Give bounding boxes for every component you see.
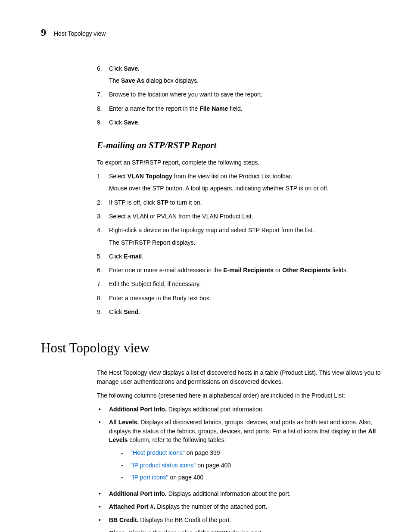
bullet-text2: column, refer to the following tables:: [128, 436, 226, 443]
step-bold: File Name: [199, 105, 228, 112]
step-text: Enter a name for the report in the: [109, 105, 199, 112]
step-pre: Select: [109, 173, 128, 180]
bullet-text: Displays the number of the attached port…: [155, 503, 267, 510]
step-pre: Enter one or more e-mail addresses in th…: [109, 267, 223, 274]
bullet-bold: BB Credit.: [109, 516, 138, 523]
step-pre: Click: [109, 253, 124, 260]
list-item: All Levels. Displays all discovered fabr…: [97, 418, 385, 485]
step-sub: Mouse over the STP button. A tool tip ap…: [109, 184, 385, 193]
bullet-text: Displays the class value of the FICON de…: [127, 529, 263, 532]
bullet-text: Displays additional port information.: [167, 406, 264, 413]
step-number: 5.: [97, 252, 103, 261]
bullet-list: Additional Port Info. Displays additiona…: [97, 405, 385, 532]
step-number: 7.: [97, 90, 103, 99]
chapter-title: Host Topology view: [54, 29, 106, 38]
bullet-bold: All Levels.: [109, 419, 139, 426]
list-item: "IP port icons" on page 400: [121, 473, 385, 482]
step-post: from the view list on the Product List t…: [172, 173, 293, 180]
main-heading: Host Topology view: [41, 339, 385, 358]
section-intro: To export an STP/RSTP report, complete t…: [97, 158, 385, 167]
body-paragraph: The following columns (presented here in…: [97, 391, 385, 400]
link-after: on page 399: [185, 449, 220, 456]
step-text: Click: [109, 119, 124, 126]
step-post2: fields.: [330, 267, 348, 274]
list-item: BB Credit. Displays the BB Credit of the…: [97, 516, 385, 524]
bullet-bold: Attached Port #.: [109, 503, 155, 510]
step-text: Select a VLAN or PVLAN from the VLAN Pro…: [109, 212, 385, 221]
step-number: 6.: [97, 64, 103, 85]
step-text: Browse to the location where you want to…: [109, 90, 385, 99]
section-title-emailing: E-mailing an STP/RSTP Report: [97, 139, 385, 152]
step-pre: Click: [109, 308, 124, 315]
list-item: Attached Port #. Displays the number of …: [97, 502, 385, 511]
bullet-bold: Class.: [109, 529, 127, 532]
list-item: "Host product icons" on page 399: [121, 448, 385, 457]
step-number: 3.: [97, 212, 103, 221]
list-item: Additional Port Info. Displays additiona…: [97, 489, 385, 498]
step-number: 1.: [97, 172, 103, 193]
chapter-number: 9: [41, 25, 46, 40]
sub-post: dialog box displays.: [144, 77, 199, 84]
bullet-text: Displays additional information about th…: [167, 490, 291, 497]
step-post: .: [138, 119, 140, 126]
step-number: 7.: [97, 280, 103, 288]
step-bold: E-mail: [124, 253, 142, 260]
list-item: Additional Port Info. Displays additiona…: [97, 405, 385, 414]
step-number: 2.: [97, 198, 103, 207]
step-post: .: [138, 308, 140, 315]
step-number: 8.: [97, 104, 103, 113]
step-post: field.: [228, 105, 242, 112]
bullet-text: Displays the BB Credit of the port.: [138, 516, 231, 523]
step-bold: Save: [124, 119, 138, 126]
step-sub: The STP/RSTP Report displays.: [109, 238, 385, 247]
step-mid: or: [274, 267, 282, 274]
sub-text: The: [109, 77, 121, 84]
step-bold: Save.: [124, 65, 140, 72]
page-header: 9 Host Topology view: [41, 25, 385, 40]
link-after: on page 400: [196, 462, 231, 469]
sub-bold: Save As: [121, 77, 144, 84]
step-text: Click: [109, 65, 124, 72]
step-bold: E-mail Recipients: [223, 267, 274, 274]
link-after: on page 400: [168, 474, 204, 481]
bullet-bold: Additional Port Info.: [109, 490, 167, 497]
step-number: 9.: [97, 308, 103, 316]
steps-list-email: 1. Select VLAN Topology from the view li…: [97, 172, 385, 316]
list-item: Class. Displays the class value of the F…: [97, 529, 385, 532]
link-ip-port-icons[interactable]: "IP port icons": [131, 474, 168, 481]
step-text: Enter a message in the Body text box.: [109, 294, 385, 302]
step-text: Right-click a device on the topology map…: [109, 227, 314, 233]
step-bold: STP: [157, 199, 168, 206]
list-item: "IP product status icons" on page 400: [121, 461, 385, 470]
step-post: .: [142, 253, 143, 260]
bullet-bold: Additional Port Info.: [109, 406, 167, 413]
step-number: 4.: [97, 226, 103, 247]
link-host-icons[interactable]: "Host product icons": [131, 449, 185, 456]
link-ip-status-icons[interactable]: "IP product status icons": [131, 462, 196, 469]
step-text: Edit the Subject field, if necessary.: [109, 280, 385, 288]
dash-list: "Host product icons" on page 399 "IP pro…: [109, 448, 385, 482]
step-number: 9.: [97, 118, 103, 127]
step-number: 8.: [97, 294, 103, 302]
step-pre: If STP is off, click: [109, 199, 157, 206]
steps-list-save: 6. Click Save. The Save As dialog box di…: [97, 64, 385, 127]
bullet-text: Displays all discovered fabrics, groups,…: [109, 419, 372, 434]
step-bold: Send: [124, 308, 138, 315]
body-paragraph: The Host Topology view displays a list o…: [97, 368, 385, 386]
step-bold2: Other Recipients: [282, 267, 330, 274]
step-post: to turn it on.: [168, 199, 202, 206]
step-bold: VLAN Topology: [128, 173, 172, 180]
step-number: 6.: [97, 266, 103, 274]
